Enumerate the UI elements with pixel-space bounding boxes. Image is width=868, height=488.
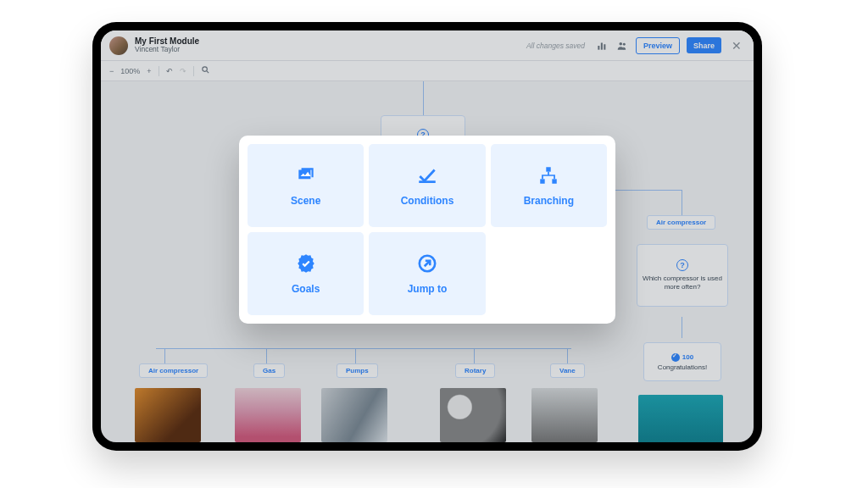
modal-overlay[interactable]: Scene Conditions Branching Goals Jump to: [101, 30, 754, 442]
tablet-frame: My First Module Vincent Taylor All chang…: [92, 22, 762, 451]
goals-icon: [295, 252, 317, 274]
option-label: Branching: [524, 195, 574, 207]
jumpto-icon: [416, 252, 438, 274]
svg-rect-7: [541, 179, 545, 183]
option-empty: [491, 232, 607, 315]
option-jumpto[interactable]: Jump to: [369, 232, 485, 315]
branching-icon: [537, 164, 559, 186]
option-label: Jump to: [408, 283, 448, 295]
svg-rect-8: [553, 179, 557, 183]
svg-rect-6: [547, 167, 551, 171]
option-label: Goals: [292, 283, 320, 295]
scene-icon: [295, 164, 317, 186]
option-label: Conditions: [401, 195, 454, 207]
option-goals[interactable]: Goals: [248, 232, 364, 315]
option-scene[interactable]: Scene: [248, 144, 364, 227]
app-screen: My First Module Vincent Taylor All chang…: [101, 30, 754, 442]
conditions-icon: [416, 164, 438, 186]
add-node-modal: Scene Conditions Branching Goals Jump to: [239, 136, 615, 324]
option-label: Scene: [291, 195, 320, 207]
option-branching[interactable]: Branching: [491, 144, 607, 227]
option-conditions[interactable]: Conditions: [369, 144, 485, 227]
